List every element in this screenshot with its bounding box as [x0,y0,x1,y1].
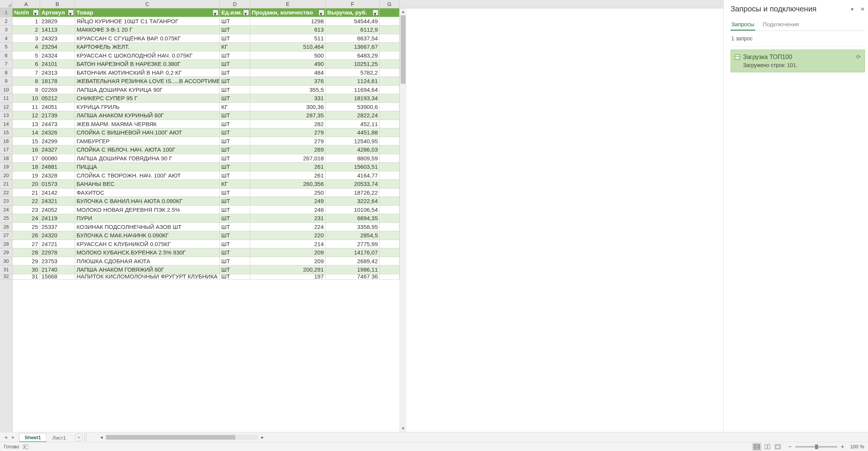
sheet-hsplit[interactable] [85,433,86,441]
row-header-10[interactable]: 10 [0,86,12,94]
cell-rev[interactable]: 53900,6 [326,103,380,112]
row-header-24[interactable]: 24 [0,206,12,214]
table-header-F[interactable]: Выручка, руб. [326,8,380,17]
cell-unit[interactable]: ШТ [220,120,250,129]
cell-empty[interactable] [380,231,400,240]
view-normal-icon[interactable] [752,443,761,451]
cell-qty[interactable]: 355,5 [250,86,326,94]
cell-num[interactable]: 13 [13,120,40,129]
col-header-D[interactable]: D [220,0,250,8]
panel-close-icon[interactable]: ✕ [860,6,865,12]
cell-art[interactable]: 15668 [40,274,75,280]
row-header-2[interactable]: 2 [0,17,12,26]
cell-empty[interactable] [380,214,400,223]
cell-rev[interactable]: 10106,54 [326,206,380,214]
cell-rev[interactable]: 1986,11 [326,265,380,274]
cell-num[interactable]: 25 [13,223,40,232]
cell-name[interactable]: ЯЙЦО КУРИНОЕ 10ШТ С1 ТАГАНРОГ [75,17,220,26]
cell-art[interactable]: 24313 [40,69,75,77]
cell-name[interactable]: КУРИЦА ГРИЛЬ [75,103,220,112]
cell-unit[interactable]: ШТ [220,274,250,280]
cell-name[interactable]: СЛОЙКА С ЯБЛОЧ. НАЧ. АЮТА 100Г [75,146,220,154]
cell-num[interactable]: 20 [13,180,40,189]
sheet-nav-prev[interactable]: ► [10,435,17,440]
cell-empty[interactable] [380,77,400,86]
cell-name[interactable]: СЛОЙКА С ТВОРОЖН. НАЧ. 100Г АЮТ [75,171,220,180]
cell-qty[interactable]: 279 [250,137,326,146]
scroll-up-arrow[interactable]: ▲ [400,8,406,15]
cell-num[interactable]: 24 [13,214,40,223]
cell-unit[interactable]: ШТ [220,206,250,214]
tab-queries[interactable]: Запросы [731,19,755,30]
cell-name[interactable]: ФАХИТОС [75,189,220,197]
cell-unit[interactable]: ШТ [220,26,250,34]
cell-rev[interactable]: 2775,99 [326,240,380,249]
cell-rev[interactable]: 20533,74 [326,180,380,189]
cell-empty[interactable] [380,274,400,280]
table-header-D[interactable]: Ед.изм. [220,8,250,17]
cell-qty[interactable]: 484 [250,69,326,77]
cell-name[interactable]: КРУАССАН С ШОКОЛОДНОЙ НАЧ. 0.075КГ [75,51,220,60]
cell-rev[interactable]: 15603,51 [326,163,380,171]
cell-num[interactable]: 11 [13,103,40,112]
cell-empty[interactable] [380,154,400,163]
cell-qty[interactable]: 279 [250,128,326,137]
cell-name[interactable]: КРУАССАН С СГУЩЁНКА ВАР. 0.075КГ [75,34,220,43]
cell-rev[interactable]: 14176,07 [326,248,380,257]
cell-art[interactable]: 21739 [40,111,75,120]
table-header-E[interactable]: Продажи, количество [250,8,326,17]
row-header-31[interactable]: 31 [0,265,12,274]
hscroll-right[interactable]: ► [259,435,266,440]
sheet-nav-first[interactable]: ◄ [2,435,9,440]
cell-name[interactable]: БАНАНЫ ВЕС [75,180,220,189]
cell-name[interactable]: ЖЕВАТЕЛЬНАЯ РЕЗИНКА LOVE IS.....В АССОРТ… [75,77,220,86]
filter-dropdown-icon[interactable] [33,10,39,16]
cell-empty[interactable] [380,17,400,26]
row-header-20[interactable]: 20 [0,171,12,180]
filter-dropdown-icon[interactable] [213,10,219,16]
cell-rev[interactable]: 452,11 [326,120,380,129]
cell-name[interactable]: ГАМБУРГЕР [75,137,220,146]
sheet-tab-0[interactable]: Sheet1 [19,433,47,442]
cell-art[interactable]: 24721 [40,240,75,249]
cell-unit[interactable]: ШТ [220,69,250,77]
view-page-layout-icon[interactable] [763,443,772,451]
cell-num[interactable]: 18 [13,163,40,171]
cell-rev[interactable]: 6894,35 [326,214,380,223]
cell-name[interactable]: МАККОФЕ 3-В-1 20 Г [75,26,220,34]
refresh-icon[interactable]: ⟳ [856,54,861,60]
tab-connections[interactable]: Подключения [762,19,800,30]
cell-rev[interactable]: 11694,64 [326,86,380,94]
row-header-21[interactable]: 21 [0,180,12,189]
col-header-A[interactable]: A [13,0,40,8]
cell-empty[interactable] [380,111,400,120]
cell-num[interactable]: 28 [13,248,40,257]
cell-num[interactable]: 14 [13,128,40,137]
cell-empty[interactable] [380,146,400,154]
cell-num[interactable]: 15 [13,137,40,146]
sheet-tab-1[interactable]: Лист1 [46,433,71,442]
hscroll-thumb[interactable] [106,435,235,440]
cell-unit[interactable]: ШТ [220,154,250,163]
row-header-27[interactable]: 27 [0,231,12,240]
cell-art[interactable]: 24299 [40,137,75,146]
cell-qty[interactable]: 1298 [250,17,326,26]
cell-qty[interactable]: 209 [250,257,326,266]
col-header-B[interactable]: B [40,0,75,8]
cell-name[interactable]: КОЗИНАК ПОДСОЛНЕЧНЫЙ АЗОВ ШТ [75,223,220,232]
cell-art[interactable]: 24052 [40,206,75,214]
cell-empty[interactable] [380,240,400,249]
filter-dropdown-icon[interactable] [372,10,379,16]
cell-name[interactable]: ЖЕВ.МАРМ. МАЯМА ЧЕРВЯК [75,120,220,129]
cell-rev[interactable]: 8809,59 [326,154,380,163]
row-header-18[interactable]: 18 [0,154,12,163]
cell-unit[interactable]: ШТ [220,265,250,274]
cell-unit[interactable]: ШТ [220,60,250,69]
col-header-C[interactable]: C [75,0,220,8]
cell-empty[interactable] [380,86,400,94]
cell-qty[interactable]: 300,36 [250,103,326,112]
row-header-28[interactable]: 28 [0,240,12,249]
row-header-19[interactable]: 19 [0,163,12,171]
cell-unit[interactable]: ШТ [220,34,250,43]
cell-num[interactable]: 31 [13,274,40,280]
